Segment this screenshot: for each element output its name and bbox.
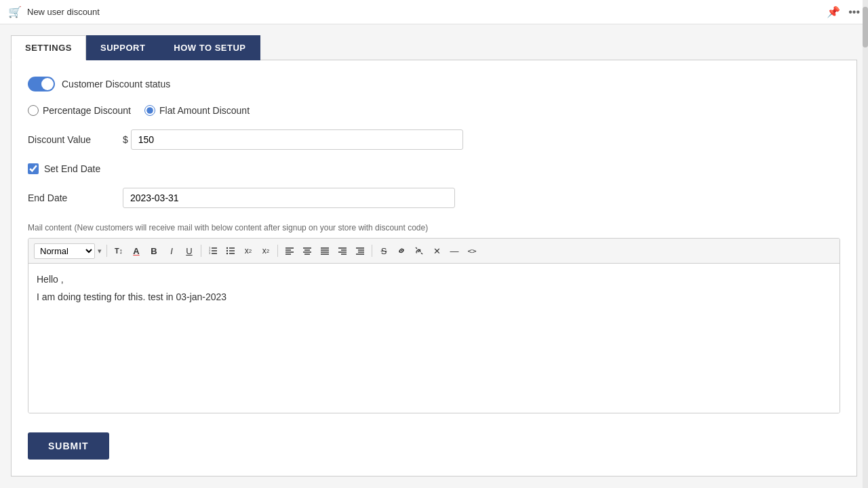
pin-icon[interactable]: 📌 bbox=[827, 5, 840, 18]
svg-line-32 bbox=[416, 247, 417, 249]
editor-line-1: Hello , bbox=[37, 272, 831, 287]
status-toggle-label: Customer Discount status bbox=[62, 79, 170, 89]
mail-content-label: Mail content (New customers will receive… bbox=[28, 222, 840, 232]
strikethrough-btn[interactable]: S bbox=[376, 243, 392, 259]
end-date-row: End Date bbox=[28, 188, 840, 208]
subscript-btn[interactable]: x2 bbox=[240, 243, 256, 259]
status-toggle[interactable] bbox=[28, 77, 55, 92]
remove-format-btn[interactable]: ✕ bbox=[429, 243, 445, 259]
unlink-btn[interactable] bbox=[411, 243, 427, 259]
hr-btn[interactable]: — bbox=[446, 243, 462, 259]
underline-btn[interactable]: U bbox=[181, 243, 197, 259]
link-btn[interactable] bbox=[393, 243, 410, 259]
tab-howtosetup[interactable]: HOW TO SETUP bbox=[159, 35, 260, 60]
svg-point-8 bbox=[226, 253, 228, 254]
align-center-btn[interactable] bbox=[299, 243, 315, 259]
svg-point-6 bbox=[226, 247, 228, 249]
editor-line-2: I am doing testing for this. test in 03-… bbox=[37, 289, 831, 304]
form-panel: Customer Discount status Percentage Disc… bbox=[11, 60, 857, 476]
set-end-date-label: Set End Date bbox=[44, 163, 100, 174]
app-title: New user discount bbox=[27, 7, 100, 17]
titlebar: 🛒 New user discount 📌 ••• bbox=[0, 0, 868, 24]
sep4 bbox=[372, 245, 372, 257]
align-justify-btn[interactable] bbox=[317, 243, 333, 259]
scrollbar-thumb bbox=[863, 7, 868, 47]
mail-content-section: Mail content (New customers will receive… bbox=[28, 222, 840, 413]
sep3 bbox=[277, 245, 278, 257]
italic-btn[interactable]: I bbox=[163, 243, 180, 259]
discount-value-row: Discount Value $ bbox=[28, 129, 840, 150]
tab-support[interactable]: SUPPORT bbox=[86, 35, 159, 60]
ordered-list-btn[interactable]: 1 2 3 bbox=[205, 243, 221, 259]
discount-value-label: Discount Value bbox=[28, 134, 123, 145]
tab-settings[interactable]: SETTINGS bbox=[11, 35, 86, 60]
svg-line-33 bbox=[421, 253, 422, 254]
editor-body[interactable]: Hello , I am doing testing for this. tes… bbox=[28, 264, 840, 413]
font-color-btn[interactable]: A bbox=[128, 243, 144, 259]
customer-discount-status-row: Customer Discount status bbox=[28, 77, 840, 92]
main-content: SETTINGS SUPPORT HOW TO SETUP Customer D… bbox=[0, 24, 868, 487]
sep1 bbox=[106, 245, 107, 257]
set-end-date-row: Set End Date bbox=[28, 163, 840, 174]
titlebar-right: 📌 ••• bbox=[827, 5, 860, 18]
bold-btn[interactable]: B bbox=[146, 243, 162, 259]
sep2 bbox=[201, 245, 201, 257]
end-date-input[interactable] bbox=[123, 188, 455, 208]
align-right-btn[interactable] bbox=[334, 243, 351, 259]
editor-wrapper: Normal Heading 1 Heading 2 Heading 3 ▾ T… bbox=[28, 238, 840, 413]
submit-button[interactable]: SUBMIT bbox=[28, 432, 109, 460]
radio-percentage-input[interactable] bbox=[28, 105, 39, 116]
radio-flat-label: Flat Amount Discount bbox=[159, 105, 250, 116]
discount-type-row: Percentage Discount Flat Amount Discount bbox=[28, 105, 840, 116]
end-date-label: End Date bbox=[28, 192, 123, 203]
source-btn[interactable]: <> bbox=[464, 243, 480, 259]
radio-flat[interactable]: Flat Amount Discount bbox=[144, 105, 250, 116]
currency-prefix: $ bbox=[123, 134, 128, 145]
svg-text:3: 3 bbox=[209, 251, 211, 255]
app-icon: 🛒 bbox=[8, 5, 22, 18]
tabs: SETTINGS SUPPORT HOW TO SETUP bbox=[11, 35, 857, 60]
unordered-list-btn[interactable] bbox=[222, 243, 239, 259]
more-icon[interactable]: ••• bbox=[848, 6, 860, 18]
format-select[interactable]: Normal Heading 1 Heading 2 Heading 3 bbox=[34, 243, 95, 259]
radio-percentage[interactable]: Percentage Discount bbox=[28, 105, 131, 116]
discount-value-input[interactable] bbox=[131, 129, 463, 150]
align-left-btn[interactable] bbox=[281, 243, 298, 259]
svg-point-7 bbox=[226, 250, 228, 251]
superscript-btn[interactable]: x2 bbox=[258, 243, 274, 259]
scrollbar[interactable] bbox=[863, 0, 868, 487]
indent-btn[interactable] bbox=[352, 243, 368, 259]
radio-flat-input[interactable] bbox=[144, 105, 155, 116]
set-end-date-checkbox[interactable] bbox=[28, 163, 39, 174]
toolbar-arrow: ▾ bbox=[98, 247, 102, 256]
editor-toolbar: Normal Heading 1 Heading 2 Heading 3 ▾ T… bbox=[28, 239, 840, 264]
titlebar-left: 🛒 New user discount bbox=[8, 5, 100, 18]
radio-percentage-label: Percentage Discount bbox=[43, 105, 131, 116]
font-size-btn[interactable]: T↕ bbox=[111, 243, 127, 259]
